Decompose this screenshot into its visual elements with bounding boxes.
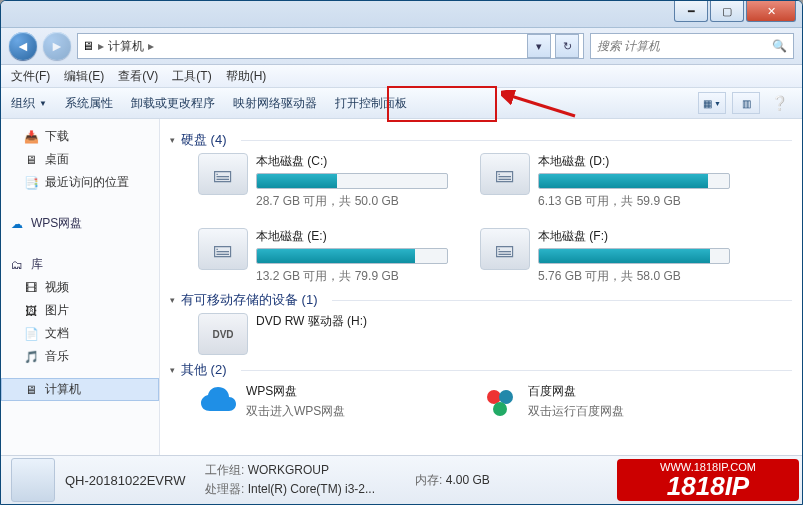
content-pane: ▾ 硬盘 (4) 🖴 本地磁盘 (C:) 28.7 GB 可用，共 50.0 G… [160,119,802,455]
dvd-icon: DVD [198,313,248,355]
svg-line-0 [511,96,575,116]
drive-label: 本地磁盘 (C:) [256,153,448,170]
chevron-down-icon: ▼ [39,99,47,108]
video-icon: 🎞 [23,280,39,296]
drive-dvd[interactable]: DVD DVD RW 驱动器 (H:) [198,313,448,355]
group-hdd-header[interactable]: ▾ 硬盘 (4) [170,131,792,149]
menu-file[interactable]: 文件(F) [11,68,50,85]
drive-e[interactable]: 🖴 本地磁盘 (E:) 13.2 GB 可用，共 79.9 GB [198,228,448,285]
workgroup-value: WORKGROUP [248,463,329,477]
sidebar-item-video[interactable]: 🎞视频 [1,276,159,299]
picture-icon: 🖼 [23,303,39,319]
svg-point-2 [499,390,513,404]
breadcrumb-computer[interactable]: 计算机 [108,38,144,55]
tb-system-properties[interactable]: 系统属性 [65,95,113,112]
forward-button[interactable]: ► [43,32,71,60]
tb-map-drive[interactable]: 映射网络驱动器 [233,95,317,112]
drive-f[interactable]: 🖴 本地磁盘 (F:) 5.76 GB 可用，共 58.0 GB [480,228,730,285]
drive-label: 本地磁盘 (D:) [538,153,730,170]
view-mode-button[interactable]: ▦▼ [698,92,726,114]
search-icon: 🔍 [772,39,787,53]
music-icon: 🎵 [23,349,39,365]
annotation-arrow-icon [501,90,581,120]
document-icon: 📄 [23,326,39,342]
collapse-icon: ▾ [170,135,175,145]
memory-label: 内存: [415,473,442,487]
maximize-button[interactable]: ▢ [710,1,744,22]
computer-icon: 🖥 [82,39,94,53]
drive-capacity-text: 28.7 GB 可用，共 50.0 GB [256,193,448,210]
drive-label: 本地磁盘 (E:) [256,228,448,245]
memory-value: 4.00 GB [446,473,490,487]
workgroup-label: 工作组: [205,463,244,477]
drive-label: 本地磁盘 (F:) [538,228,730,245]
search-input[interactable]: 搜索 计算机 🔍 [590,33,794,59]
tb-organize[interactable]: 组织▼ [11,95,47,112]
library-icon: 🗂 [9,257,25,273]
download-icon: 📥 [23,129,39,145]
drive-c[interactable]: 🖴 本地磁盘 (C:) 28.7 GB 可用，共 50.0 GB [198,153,448,210]
menu-bar: 文件(F) 编辑(E) 查看(V) 工具(T) 帮助(H) [1,65,802,88]
computer-icon: 🖥 [23,382,39,398]
group-removable-header[interactable]: ▾ 有可移动存储的设备 (1) [170,291,792,309]
sidebar-item-wps[interactable]: ☁WPS网盘 [1,212,159,235]
cpu-label: 处理器: [205,482,244,496]
svg-point-3 [493,402,507,416]
computer-icon [11,458,55,502]
collapse-icon: ▾ [170,365,175,375]
chevron-right-icon: ▸ [148,39,154,53]
item-subtext: 双击进入WPS网盘 [246,403,448,420]
item-baidu[interactable]: 百度网盘 双击运行百度网盘 [480,383,730,423]
hdd-icon: 🖴 [198,228,248,270]
address-bar[interactable]: 🖥 ▸ 计算机 ▸ ▾ ↻ [77,33,584,59]
menu-help[interactable]: 帮助(H) [226,68,267,85]
sidebar-item-picture[interactable]: 🖼图片 [1,299,159,322]
desktop-icon: 🖥 [23,152,39,168]
explorer-window: ━ ▢ ✕ ◄ ► 🖥 ▸ 计算机 ▸ ▾ ↻ 搜索 计算机 🔍 文件(F) 编… [0,0,803,505]
menu-tools[interactable]: 工具(T) [172,68,211,85]
watermark-brand: 1818IP [623,473,793,499]
recent-icon: 📑 [23,175,39,191]
preview-pane-button[interactable]: ▥ [732,92,760,114]
collapse-icon: ▾ [170,295,175,305]
sidebar-group-libraries[interactable]: 🗂库 [1,253,159,276]
help-icon[interactable]: ❔ [766,93,792,113]
address-dropdown-button[interactable]: ▾ [527,34,551,58]
sidebar-item-desktop[interactable]: 🖥桌面 [1,148,159,171]
capacity-bar [538,248,730,264]
item-subtext: 双击运行百度网盘 [528,403,730,420]
title-bar: ━ ▢ ✕ [1,1,802,28]
sidebar-item-computer[interactable]: 🖥计算机 [1,378,159,401]
watermark: WWW.1818IP.COM 1818IP [617,459,799,501]
group-other-header[interactable]: ▾ 其他 (2) [170,361,792,379]
sidebar-item-document[interactable]: 📄文档 [1,322,159,345]
menu-edit[interactable]: 编辑(E) [64,68,104,85]
baidu-netdisk-icon [480,383,520,423]
refresh-button[interactable]: ↻ [555,34,579,58]
cpu-value: Intel(R) Core(TM) i3-2... [248,482,375,496]
item-wps[interactable]: WPS网盘 双击进入WPS网盘 [198,383,448,423]
item-label: WPS网盘 [246,383,448,400]
tb-uninstall[interactable]: 卸载或更改程序 [131,95,215,112]
tb-control-panel[interactable]: 打开控制面板 [335,95,407,112]
menu-view[interactable]: 查看(V) [118,68,158,85]
navigation-sidebar: 📥下载 🖥桌面 📑最近访问的位置 ☁WPS网盘 🗂库 🎞视频 🖼图片 📄文档 🎵… [1,119,160,455]
nav-bar: ◄ ► 🖥 ▸ 计算机 ▸ ▾ ↻ 搜索 计算机 🔍 [1,28,802,65]
minimize-button[interactable]: ━ [674,1,708,22]
item-label: 百度网盘 [528,383,730,400]
back-button[interactable]: ◄ [9,32,37,60]
drive-capacity-text: 6.13 GB 可用，共 59.9 GB [538,193,730,210]
close-button[interactable]: ✕ [746,1,796,22]
capacity-bar [538,173,730,189]
cloud-icon: ☁ [9,216,25,232]
drive-d[interactable]: 🖴 本地磁盘 (D:) 6.13 GB 可用，共 59.9 GB [480,153,730,210]
sidebar-item-recent[interactable]: 📑最近访问的位置 [1,171,159,194]
hdd-icon: 🖴 [480,153,530,195]
capacity-bar [256,173,448,189]
drive-capacity-text: 5.76 GB 可用，共 58.0 GB [538,268,730,285]
search-placeholder: 搜索 计算机 [597,38,660,55]
sidebar-item-music[interactable]: 🎵音乐 [1,345,159,368]
hdd-icon: 🖴 [198,153,248,195]
toolbar: 组织▼ 系统属性 卸载或更改程序 映射网络驱动器 打开控制面板 ▦▼ ▥ ❔ [1,88,802,119]
sidebar-item-downloads[interactable]: 📥下载 [1,125,159,148]
